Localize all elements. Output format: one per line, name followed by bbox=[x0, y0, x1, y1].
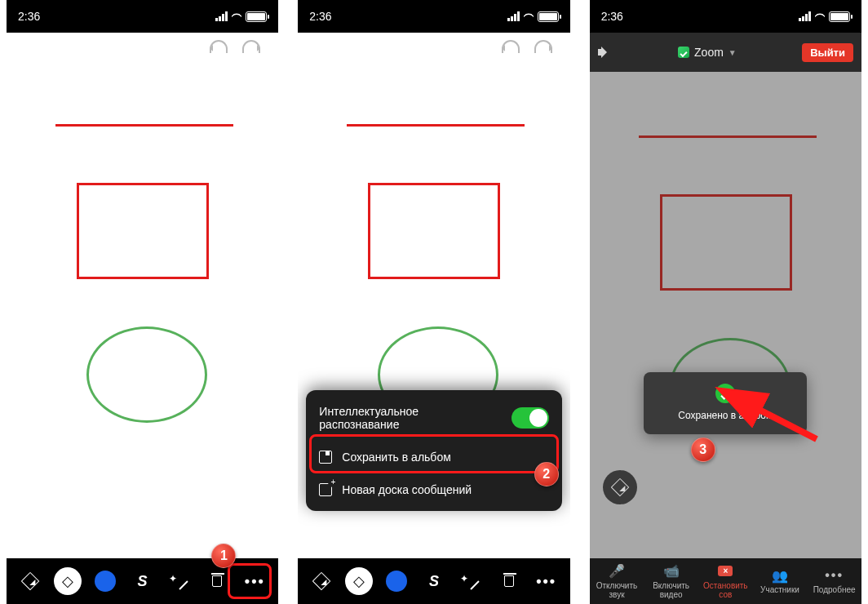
trash-icon bbox=[212, 575, 222, 587]
more-tool[interactable]: ••• bbox=[533, 567, 560, 595]
stop-label: Остановить сов bbox=[699, 581, 751, 599]
shared-whiteboard: Сохранено в альбом 3 bbox=[590, 72, 861, 558]
verified-icon bbox=[678, 47, 689, 58]
canvas-top-actions bbox=[7, 33, 278, 60]
pencil-tool[interactable] bbox=[16, 567, 44, 595]
mute-button[interactable]: 🎤 Отключить звук bbox=[591, 564, 643, 599]
smart-recognition-row[interactable]: Интеллектуальное распознавание bbox=[306, 395, 561, 441]
status-bar: 2:36 bbox=[298, 0, 569, 33]
status-icons bbox=[215, 11, 267, 22]
edit-fab[interactable] bbox=[603, 470, 637, 504]
undo-icon[interactable] bbox=[502, 40, 520, 53]
wand-icon bbox=[171, 573, 189, 590]
stop-share-button[interactable]: × Остановить сов bbox=[699, 564, 751, 599]
meeting-bottom-bar: 🎤 Отключить звук 📹 Включить видео × Оста… bbox=[590, 558, 861, 604]
smart-recognition-label: Интеллектуальное распознавание bbox=[319, 405, 418, 431]
battery-icon bbox=[246, 11, 267, 22]
drawn-rectangle bbox=[77, 183, 209, 279]
status-icons bbox=[799, 11, 850, 22]
clock: 2:36 bbox=[18, 10, 40, 23]
delete-tool[interactable] bbox=[495, 567, 523, 595]
meeting-top-bar: Zoom ▼ Выйти bbox=[590, 33, 861, 72]
magic-tool[interactable] bbox=[458, 567, 485, 595]
smart-recognition-toggle[interactable] bbox=[512, 407, 549, 429]
check-icon bbox=[715, 384, 735, 403]
drawing-toolbar: ◇ S ••• bbox=[7, 558, 278, 604]
camera-icon: 📹 bbox=[663, 564, 680, 579]
signal-icon bbox=[799, 11, 811, 21]
battery-icon bbox=[538, 11, 559, 22]
people-icon: 👥 bbox=[772, 568, 788, 583]
step-badge-3: 3 bbox=[691, 437, 715, 462]
toast-text: Сохранено в альбом bbox=[653, 410, 797, 421]
saved-toast: Сохранено в альбом bbox=[644, 372, 807, 434]
more-label: Подробнее bbox=[813, 585, 856, 594]
eraser-tool[interactable]: ◇ bbox=[54, 567, 82, 595]
save-to-album-label: Сохранить в альбом bbox=[342, 451, 450, 464]
whiteboard-canvas[interactable]: Интеллектуальное распознавание Сохранить… bbox=[298, 60, 569, 558]
more-tool[interactable]: ••• bbox=[241, 567, 268, 595]
save-to-album-row[interactable]: Сохранить в альбом bbox=[306, 441, 561, 473]
new-board-row[interactable]: Новая доска сообщений bbox=[306, 473, 561, 506]
signal-icon bbox=[507, 11, 520, 21]
participants-label: Участники bbox=[760, 585, 799, 594]
phone-screenshot-2: 2:36 Интеллектуальное распознавание bbox=[298, 0, 569, 604]
undo-icon[interactable] bbox=[210, 40, 228, 53]
color-tool[interactable] bbox=[91, 567, 119, 595]
shape-tool[interactable]: S bbox=[129, 567, 157, 595]
battery-icon bbox=[829, 11, 850, 22]
new-board-label: Новая доска сообщений bbox=[342, 483, 472, 496]
drawn-line bbox=[55, 124, 233, 127]
phone-screenshot-1: 2:36 ◇ S ••• 1 bbox=[7, 0, 278, 604]
chevron-down-icon: ▼ bbox=[728, 48, 737, 57]
pencil-icon bbox=[21, 572, 40, 591]
delete-tool[interactable] bbox=[203, 567, 231, 595]
whiteboard-canvas[interactable] bbox=[7, 60, 278, 558]
color-dot-icon bbox=[386, 571, 407, 592]
stop-icon: × bbox=[718, 564, 733, 579]
trash-icon bbox=[504, 575, 514, 587]
color-dot-icon bbox=[95, 571, 116, 592]
save-icon bbox=[319, 451, 332, 464]
phone-screenshot-3: 2:36 Zoom ▼ Выйти Сохранено в альб bbox=[590, 0, 861, 604]
video-label: Включить видео bbox=[645, 581, 698, 599]
drawn-ellipse bbox=[86, 326, 207, 423]
wifi-icon bbox=[814, 11, 826, 22]
redo-icon[interactable] bbox=[242, 40, 260, 53]
meeting-title-label: Zoom bbox=[694, 46, 724, 59]
shape-tool[interactable]: S bbox=[420, 567, 448, 595]
more-button[interactable]: ••• Подробнее bbox=[808, 568, 861, 594]
exit-button[interactable]: Выйти bbox=[802, 43, 853, 62]
drawn-line bbox=[347, 124, 525, 127]
clock: 2:36 bbox=[601, 10, 623, 23]
wand-icon bbox=[463, 573, 480, 590]
status-bar: 2:36 bbox=[590, 0, 861, 33]
mute-label: Отключить звук bbox=[591, 581, 643, 599]
status-icons bbox=[507, 11, 559, 22]
wifi-icon bbox=[231, 11, 242, 22]
signal-icon bbox=[215, 11, 228, 21]
dots-icon: ••• bbox=[825, 568, 844, 583]
drawn-rectangle bbox=[368, 183, 500, 279]
wifi-icon bbox=[523, 11, 534, 22]
canvas-top-actions bbox=[298, 33, 569, 60]
pencil-icon bbox=[610, 478, 629, 497]
clock: 2:36 bbox=[309, 10, 331, 23]
eraser-tool[interactable]: ◇ bbox=[345, 567, 373, 595]
magic-tool[interactable] bbox=[166, 567, 194, 595]
video-button[interactable]: 📹 Включить видео bbox=[645, 564, 698, 599]
more-popup: Интеллектуальное распознавание Сохранить… bbox=[306, 390, 561, 511]
color-tool[interactable] bbox=[383, 567, 410, 595]
redo-icon[interactable] bbox=[534, 40, 552, 53]
pencil-tool[interactable] bbox=[308, 567, 335, 595]
new-board-icon bbox=[319, 483, 332, 496]
participants-button[interactable]: 👥 Участники bbox=[754, 568, 806, 594]
pencil-icon bbox=[312, 572, 331, 591]
drawing-toolbar: ◇ S ••• bbox=[298, 558, 569, 604]
speaker-icon[interactable] bbox=[598, 47, 613, 58]
step-badge-2: 2 bbox=[534, 462, 559, 486]
meeting-title[interactable]: Zoom ▼ bbox=[678, 46, 737, 59]
microphone-icon: 🎤 bbox=[609, 564, 625, 579]
status-bar: 2:36 bbox=[7, 0, 278, 33]
